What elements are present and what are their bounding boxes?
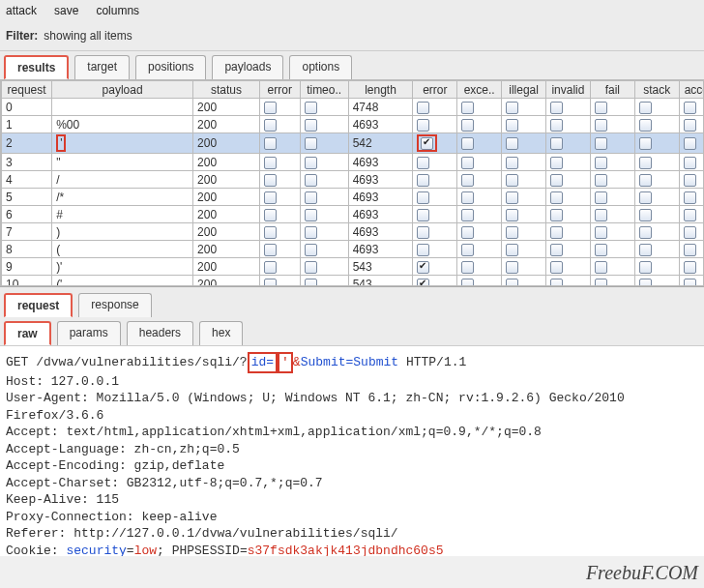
filter-bar[interactable]: Filter: showing all items xyxy=(0,21,704,51)
param-id-highlight: id= xyxy=(248,352,278,373)
col-exception[interactable]: exce.. xyxy=(457,81,502,99)
checkbox-icon xyxy=(550,119,563,132)
col-timeout[interactable]: timeo.. xyxy=(300,81,348,99)
tab-target[interactable]: target xyxy=(74,55,130,79)
tab-payloads[interactable]: payloads xyxy=(212,55,283,79)
col-error2[interactable]: error xyxy=(413,81,457,99)
checkbox-icon xyxy=(305,244,317,256)
checkbox-icon xyxy=(595,119,607,132)
checkbox-icon xyxy=(417,279,429,286)
results-table-wrap[interactable]: request payload status error timeo.. len… xyxy=(0,79,704,286)
hdr-accept-charset: Accept-Charset: GB2312,utf-8;q=0.7,*;q=0… xyxy=(6,476,323,490)
checkbox-icon xyxy=(264,102,277,114)
checkbox-icon xyxy=(639,244,652,256)
hdr-host: Host: 127.0.0.1 xyxy=(6,374,119,389)
table-row[interactable]: 6#2004693 xyxy=(2,206,705,223)
checkbox-icon xyxy=(506,209,518,221)
col-status[interactable]: status xyxy=(193,81,260,99)
table-row[interactable]: 1%002004693 xyxy=(2,116,705,133)
checkbox-icon xyxy=(639,279,652,286)
checkbox-icon xyxy=(461,119,474,132)
col-payload[interactable]: payload xyxy=(52,81,193,99)
col-fail[interactable]: fail xyxy=(590,81,634,99)
checkbox-icon xyxy=(550,226,563,239)
tab-positions[interactable]: positions xyxy=(135,55,206,79)
hdr-referer: Referer: http://127.0.0.1/dvwa/vulnerabi… xyxy=(6,526,398,541)
col-stack[interactable]: stack xyxy=(634,81,679,99)
checkbox-icon xyxy=(550,244,563,256)
checkbox-icon xyxy=(506,157,518,169)
checkbox-icon xyxy=(684,209,696,221)
checkbox-icon xyxy=(595,174,607,187)
table-row[interactable]: 5/*2004693 xyxy=(2,189,705,206)
table-row[interactable]: 7)2004693 xyxy=(2,223,705,241)
hdr-proxy-connection: Proxy-Connection: keep-alive xyxy=(6,510,217,524)
col-length[interactable]: length xyxy=(348,81,413,99)
checkbox-icon xyxy=(550,174,563,187)
table-row[interactable]: 02004748 xyxy=(2,99,705,116)
checkbox-icon xyxy=(639,102,652,114)
checkbox-icon xyxy=(417,191,429,204)
tab-options[interactable]: options xyxy=(289,55,352,79)
checkbox-icon xyxy=(417,174,429,187)
table-row[interactable]: 9)'200543 xyxy=(2,258,705,276)
checkbox-icon xyxy=(595,226,607,239)
table-row[interactable]: 8(2004693 xyxy=(2,241,705,258)
menu-attack[interactable]: attack xyxy=(6,4,37,17)
table-header-row: request payload status error timeo.. len… xyxy=(2,81,705,99)
subtab-raw[interactable]: raw xyxy=(4,321,51,345)
checkbox-icon xyxy=(639,137,652,150)
checkbox-icon xyxy=(461,174,474,187)
checkbox-icon xyxy=(639,226,652,239)
hdr-accept-language: Accept-Language: zh-cn,zh;q=0.5 xyxy=(6,442,240,456)
subtab-params[interactable]: params xyxy=(57,321,121,345)
col-request[interactable]: request xyxy=(2,81,52,99)
checkbox-icon xyxy=(595,244,607,256)
hdr-keep-alive: Keep-Alive: 115 xyxy=(6,492,119,507)
table-row[interactable]: 10('200543 xyxy=(2,276,705,286)
checkbox-icon xyxy=(595,137,607,150)
col-invalid[interactable]: invalid xyxy=(546,81,591,99)
checkbox-icon xyxy=(684,157,696,169)
table-row[interactable]: 2'200542 xyxy=(2,133,705,154)
hdr-firefox: Firefox/3.6.6 xyxy=(6,408,103,423)
tab-results[interactable]: results xyxy=(4,55,69,79)
checkbox-icon xyxy=(417,244,429,256)
table-row[interactable]: 3"2004693 xyxy=(2,154,705,171)
menu-columns[interactable]: columns xyxy=(96,4,139,17)
col-illegal[interactable]: illegal xyxy=(502,81,546,99)
table-row[interactable]: 4/2004693 xyxy=(2,171,705,189)
watermark: FreebuF.COM xyxy=(586,562,698,584)
tab-response[interactable]: response xyxy=(78,293,151,317)
menu-save[interactable]: save xyxy=(54,4,78,17)
checkbox-icon xyxy=(461,244,474,256)
raw-request-view[interactable]: GET /dvwa/vulnerabilities/sqli/?id='&Sub… xyxy=(0,345,704,556)
checkbox-icon xyxy=(461,157,474,169)
checkbox-icon xyxy=(506,174,518,187)
checkbox-icon xyxy=(417,226,429,239)
checkbox-icon xyxy=(461,209,474,221)
checkbox-icon xyxy=(595,157,607,169)
checkbox-icon xyxy=(506,261,518,274)
subtab-hex[interactable]: hex xyxy=(199,321,243,345)
checkbox-icon xyxy=(417,209,429,221)
filter-text: showing all items xyxy=(44,29,132,43)
checkbox-icon xyxy=(264,226,277,239)
checkbox-icon xyxy=(305,279,317,286)
col-access[interactable]: access xyxy=(679,81,704,99)
checkbox-icon xyxy=(550,137,563,150)
checkbox-icon xyxy=(684,261,696,274)
checkbox-icon xyxy=(305,261,317,274)
checkbox-icon xyxy=(264,209,277,221)
checkbox-icon xyxy=(264,119,277,132)
checkbox-icon xyxy=(461,226,474,239)
top-tabs: results target positions payloads option… xyxy=(0,51,704,79)
payload-highlight-cell: ' xyxy=(56,134,66,152)
subtab-headers[interactable]: headers xyxy=(127,321,193,345)
col-error1[interactable]: error xyxy=(259,81,300,99)
checkbox-icon xyxy=(550,279,563,286)
lower-tabs: request response xyxy=(0,286,704,317)
checkbox-icon xyxy=(264,137,277,150)
tab-request[interactable]: request xyxy=(4,293,73,317)
checkbox-icon xyxy=(550,209,563,221)
